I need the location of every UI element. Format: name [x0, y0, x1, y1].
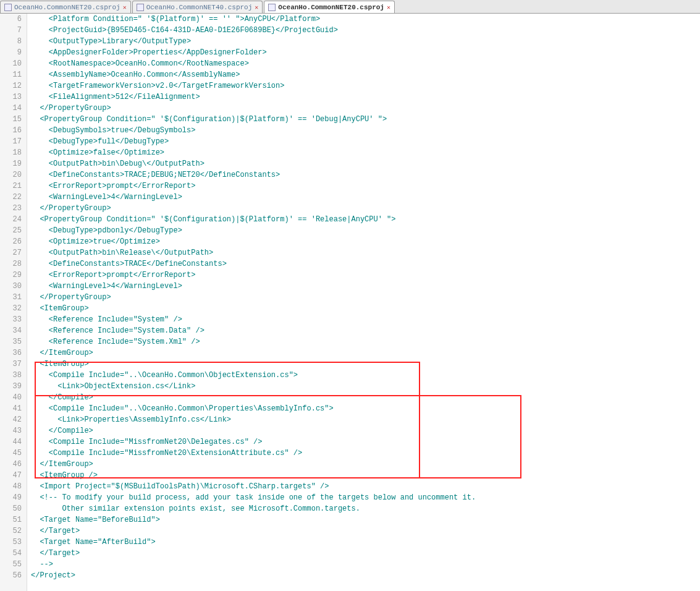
- line-number: 44: [0, 436, 22, 448]
- line-number: 22: [0, 192, 22, 203]
- code-line[interactable]: <Compile Include="..\OceanHo.Common\Prop…: [31, 403, 700, 414]
- close-icon[interactable]: ✕: [123, 4, 127, 11]
- line-number: 25: [0, 225, 22, 236]
- code-line[interactable]: </Target>: [31, 548, 700, 559]
- tab-1[interactable]: OceanHo.CommonNET20.csproj ✕: [0, 1, 131, 13]
- line-number: 21: [0, 181, 22, 192]
- code-line[interactable]: </Project>: [31, 570, 700, 581]
- code-area[interactable]: <Platform Condition=" '$(Platform)' == '…: [27, 14, 700, 591]
- code-line[interactable]: <Reference Include="System" />: [31, 314, 700, 325]
- line-number: 35: [0, 336, 22, 347]
- line-number: 23: [0, 203, 22, 214]
- line-number: 45: [0, 448, 22, 459]
- code-line[interactable]: <DebugType>pdbonly</DebugType>: [31, 225, 700, 236]
- code-line[interactable]: <Optimize>true</Optimize>: [31, 236, 700, 247]
- line-number: 20: [0, 169, 22, 181]
- code-line[interactable]: <Import Project="$(MSBuildToolsPath)\Mic…: [31, 481, 700, 492]
- line-number: 8: [0, 36, 22, 47]
- code-line[interactable]: </ItemGroup>: [31, 347, 700, 359]
- line-number: 49: [0, 492, 22, 503]
- code-line[interactable]: <Platform Condition=" '$(Platform)' == '…: [31, 14, 700, 25]
- code-line[interactable]: <DebugType>full</DebugType>: [31, 136, 700, 147]
- tab-bar: OceanHo.CommonNET20.csproj ✕ OceanHo.Com…: [0, 0, 700, 14]
- close-icon[interactable]: ✕: [255, 4, 258, 11]
- line-number: 17: [0, 136, 22, 147]
- code-line[interactable]: <ItemGroup />: [31, 470, 700, 481]
- code-line[interactable]: <AssemblyName>OceanHo.Common</AssemblyNa…: [31, 69, 700, 80]
- code-line[interactable]: </ItemGroup>: [31, 459, 700, 470]
- line-number: 13: [0, 91, 22, 103]
- code-line[interactable]: <ItemGroup>: [31, 359, 700, 370]
- code-line[interactable]: <Target Name="BeforeBuild">: [31, 514, 700, 525]
- line-number: 7: [0, 25, 22, 36]
- code-line[interactable]: -->: [31, 559, 700, 570]
- code-line[interactable]: <OutputPath>bin\Release\</OutputPath>: [31, 247, 700, 258]
- line-number: 33: [0, 314, 22, 325]
- file-icon: [268, 4, 276, 11]
- code-line[interactable]: </PropertyGroup>: [31, 103, 700, 114]
- code-line[interactable]: <Compile Include="MissfromNet20\Delegate…: [31, 436, 700, 448]
- code-line[interactable]: <Link>Properties\AssemblyInfo.cs</Link>: [31, 414, 700, 425]
- code-line[interactable]: </PropertyGroup>: [31, 292, 700, 303]
- code-line[interactable]: <FileAlignment>512</FileAlignment>: [31, 91, 700, 103]
- code-line[interactable]: <Compile Include="MissfromNet20\Extensio…: [31, 448, 700, 459]
- line-number: 56: [0, 570, 22, 581]
- code-line[interactable]: <TargetFrameworkVersion>v2.0</TargetFram…: [31, 80, 700, 91]
- code-line[interactable]: <ProjectGuid>{B95ED465-C164-431D-AEA0-D1…: [31, 25, 700, 36]
- code-line[interactable]: <ItemGroup>: [31, 303, 700, 314]
- code-line[interactable]: Other similar extension points exist, se…: [31, 503, 700, 514]
- line-number: 26: [0, 236, 22, 247]
- line-number: 6: [0, 14, 22, 25]
- line-number: 27: [0, 247, 22, 258]
- line-number: 38: [0, 370, 22, 381]
- file-icon: [4, 4, 12, 11]
- code-line[interactable]: <PropertyGroup Condition=" '$(Configurat…: [31, 114, 700, 125]
- code-line[interactable]: <Reference Include="System.Xml" />: [31, 336, 700, 347]
- tab-2[interactable]: OceanHo.CommonNET40.csproj ✕: [132, 1, 263, 13]
- tab-3-active[interactable]: OceanHo.CommonNET20.csproj ✕: [264, 1, 395, 13]
- code-line[interactable]: <DefineConstants>TRACE</DefineConstants>: [31, 258, 700, 270]
- line-number: 18: [0, 147, 22, 158]
- line-number: 9: [0, 47, 22, 58]
- close-icon[interactable]: ✕: [387, 4, 390, 11]
- code-line[interactable]: <OutputType>Library</OutputType>: [31, 36, 700, 47]
- code-line[interactable]: <Link>ObjectExtension.cs</Link>: [31, 381, 700, 392]
- file-icon: [137, 4, 144, 11]
- line-number: 14: [0, 103, 22, 114]
- code-line[interactable]: <DefineConstants>TRACE;DEBUG;NET20</Defi…: [31, 169, 700, 181]
- code-line[interactable]: <WarningLevel>4</WarningLevel>: [31, 281, 700, 292]
- code-line[interactable]: <RootNamespace>OceanHo.Common</RootNames…: [31, 58, 700, 69]
- line-number: 53: [0, 537, 22, 548]
- code-line[interactable]: </Target>: [31, 525, 700, 537]
- line-number: 47: [0, 470, 22, 481]
- line-number: 46: [0, 459, 22, 470]
- code-line[interactable]: <WarningLevel>4</WarningLevel>: [31, 192, 700, 203]
- code-line[interactable]: <AppDesignerFolder>Properties</AppDesign…: [31, 47, 700, 58]
- line-number: 19: [0, 158, 22, 169]
- code-line[interactable]: </PropertyGroup>: [31, 203, 700, 214]
- code-line[interactable]: <PropertyGroup Condition=" '$(Configurat…: [31, 214, 700, 225]
- tab-label: OceanHo.CommonNET20.csproj: [278, 4, 384, 11]
- code-line[interactable]: <ErrorReport>prompt</ErrorReport>: [31, 270, 700, 281]
- code-line[interactable]: <Optimize>false</Optimize>: [31, 147, 700, 158]
- tab-label: OceanHo.CommonNET20.csproj: [14, 4, 120, 11]
- code-line[interactable]: <Compile Include="..\OceanHo.Common\Obje…: [31, 370, 700, 381]
- code-line[interactable]: <!-- To modify your build process, add y…: [31, 492, 700, 503]
- code-line[interactable]: </Compile>: [31, 425, 700, 436]
- code-line[interactable]: <DebugSymbols>true</DebugSymbols>: [31, 125, 700, 136]
- editor[interactable]: 6789101112131415161718192021222324252627…: [0, 14, 700, 591]
- code-line[interactable]: <ErrorReport>prompt</ErrorReport>: [31, 181, 700, 192]
- line-number: 48: [0, 481, 22, 492]
- line-number: 39: [0, 381, 22, 392]
- code-line[interactable]: </Compile>: [31, 392, 700, 403]
- line-number: 50: [0, 503, 22, 514]
- code-line[interactable]: <Reference Include="System.Data" />: [31, 325, 700, 336]
- line-number: 36: [0, 347, 22, 359]
- code-line[interactable]: <OutputPath>bin\Debug\</OutputPath>: [31, 158, 700, 169]
- code-line[interactable]: <Target Name="AfterBuild">: [31, 537, 700, 548]
- line-number: 24: [0, 214, 22, 225]
- line-number: 43: [0, 425, 22, 436]
- line-number: 31: [0, 292, 22, 303]
- line-number: 51: [0, 514, 22, 525]
- line-number: 54: [0, 548, 22, 559]
